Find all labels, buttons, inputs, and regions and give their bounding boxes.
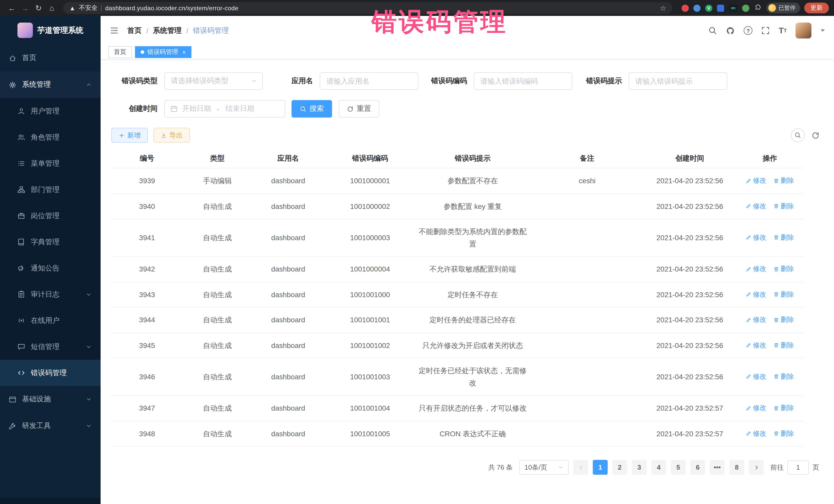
sidebar-item-error-code-mgmt[interactable]: 错误码管理	[0, 360, 101, 386]
delete-link[interactable]: 删除	[773, 339, 794, 351]
sidebar-item-menu-mgmt[interactable]: 菜单管理	[0, 150, 101, 177]
app-name-input[interactable]	[320, 72, 418, 90]
page-button-5[interactable]: 5	[671, 460, 686, 475]
breadcrumb-system[interactable]: 系统管理	[153, 26, 182, 35]
edit-link[interactable]: 修改	[746, 371, 766, 383]
page-size-select[interactable]: 10条/页	[520, 460, 569, 475]
export-button[interactable]: 导出	[153, 128, 190, 143]
sidebar-item-role-mgmt[interactable]: 角色管理	[0, 124, 101, 150]
reset-button[interactable]: 重置	[339, 100, 379, 117]
font-size-icon[interactable]: TT	[778, 26, 787, 35]
breadcrumb-home[interactable]: 首页	[127, 26, 142, 35]
sidebar-item-notice[interactable]: 通知公告	[0, 255, 101, 281]
delete-link[interactable]: 删除	[773, 313, 794, 326]
table-row: 3939 手动编辑 dashboard 1001000001 参数配置不存在 c…	[110, 168, 804, 194]
page-button-4[interactable]: 4	[651, 460, 666, 475]
browser-back-icon[interactable]: ←	[5, 1, 19, 15]
page-button-1[interactable]: 1	[593, 460, 608, 475]
delete-link[interactable]: 删除	[773, 371, 794, 383]
page-button-3[interactable]: 3	[632, 460, 647, 475]
search-icon[interactable]	[708, 26, 717, 35]
edit-link[interactable]: 修改	[746, 402, 766, 414]
extension-red-icon[interactable]	[682, 4, 689, 12]
toggle-search-icon[interactable]	[791, 128, 805, 142]
error-code-input[interactable]	[474, 72, 572, 90]
avatar-caret-icon[interactable]	[821, 29, 825, 32]
sidebar-item-home[interactable]: 首页	[0, 45, 101, 71]
extension-green-icon[interactable]	[742, 4, 749, 12]
sidebar-item-sms-mgmt[interactable]: 短信管理	[0, 334, 101, 360]
col-type: 类型	[184, 149, 251, 168]
date-range-picker[interactable]: 开始日期 - 结束日期	[164, 100, 285, 117]
search-button[interactable]: 搜索	[291, 100, 332, 117]
browser-update-button[interactable]: 更新	[804, 3, 829, 13]
extensions-menu-icon[interactable]	[754, 4, 762, 12]
page-button-8[interactable]: 8	[729, 460, 744, 475]
tab-home[interactable]: 首页	[108, 46, 132, 58]
sidebar-item-user-mgmt[interactable]: 用户管理	[0, 98, 101, 124]
edit-link[interactable]: 修改	[746, 339, 766, 351]
edit-link[interactable]: 修改	[746, 427, 766, 440]
user-icon	[18, 107, 25, 115]
extension-v-icon[interactable]: V	[705, 4, 712, 12]
github-icon[interactable]	[726, 26, 735, 35]
more-pages-button[interactable]: •••	[710, 460, 725, 475]
sidebar-item-online-users[interactable]: 在线用户	[0, 307, 101, 334]
delete-link[interactable]: 删除	[773, 402, 794, 414]
sidebar-item-infrastructure[interactable]: 基础设施	[0, 386, 101, 413]
extension-on-badge-icon[interactable]: on	[729, 4, 738, 12]
delete-link[interactable]: 删除	[773, 263, 794, 275]
sidebar-item-post-mgmt[interactable]: 岗位管理	[0, 203, 101, 229]
add-button[interactable]: 新增	[111, 128, 148, 143]
delete-link[interactable]: 删除	[773, 200, 794, 212]
edit-link[interactable]: 修改	[746, 313, 766, 326]
sidebar-item-audit-log[interactable]: 审计日志	[0, 281, 101, 307]
table-mini-actions	[791, 128, 820, 142]
extension-grid-icon[interactable]	[717, 4, 724, 12]
delete-link[interactable]: 删除	[773, 427, 794, 440]
table-row: 3945 自动生成 dashboard 1001001002 只允许修改为开启或…	[110, 333, 804, 358]
extension-blue-icon[interactable]	[694, 4, 701, 12]
delete-link[interactable]: 删除	[773, 288, 794, 301]
goto-page-input[interactable]	[787, 460, 809, 475]
edit-link[interactable]: 修改	[746, 200, 766, 212]
tab-close-icon[interactable]: ×	[182, 48, 186, 56]
user-avatar[interactable]	[795, 23, 811, 39]
app-logo[interactable]: 芋道管理系统	[0, 16, 101, 45]
error-type-select[interactable]: 请选择错误码类型	[164, 72, 263, 90]
tab-error-code-mgmt[interactable]: 错误码管理 ×	[135, 46, 192, 58]
tab-active-dot	[140, 50, 144, 54]
edit-link[interactable]: 修改	[746, 263, 766, 275]
filter-type-label: 错误码类型	[120, 76, 164, 86]
fullscreen-icon[interactable]	[761, 26, 770, 35]
chevron-down-icon	[86, 344, 92, 350]
delete-link[interactable]: 删除	[773, 232, 794, 244]
delete-link[interactable]: 删除	[773, 175, 794, 187]
sidebar-item-dict-mgmt[interactable]: 字典管理	[0, 229, 101, 255]
menu-fold-icon[interactable]	[110, 26, 118, 35]
bookmark-star-icon[interactable]: ☆	[660, 4, 666, 12]
edit-link[interactable]: 修改	[746, 288, 766, 301]
help-icon[interactable]: ?	[744, 26, 752, 35]
address-bar[interactable]: ▲ 不安全 dashboard.yudao.iocoder.cn/system/…	[63, 2, 672, 14]
filter-code-label: 错误码编码	[431, 76, 474, 86]
edit-link[interactable]: 修改	[746, 232, 766, 244]
col-id: 编号	[110, 149, 184, 168]
browser-forward-icon[interactable]: →	[19, 1, 32, 15]
users-icon	[18, 133, 25, 141]
security-warning-label: 不安全	[79, 4, 97, 12]
sidebar-item-system-mgmt[interactable]: 系统管理	[0, 71, 101, 98]
sidebar-item-dept-mgmt[interactable]: 部门管理	[0, 177, 101, 203]
sidebar-item-dev-tools[interactable]: 研发工具	[0, 413, 101, 439]
browser-home-icon[interactable]: ⌂	[45, 1, 59, 15]
next-page-button[interactable]	[749, 460, 764, 475]
edit-link[interactable]: 修改	[746, 175, 766, 187]
error-hint-input[interactable]	[629, 72, 727, 90]
table-row: 3946 自动生成 dashboard 1001001003 定时任务已经处于该…	[110, 358, 804, 395]
page-button-6[interactable]: 6	[690, 460, 705, 475]
page-button-2[interactable]: 2	[612, 460, 627, 475]
refresh-icon[interactable]	[811, 131, 820, 139]
browser-reload-icon[interactable]: ↻	[32, 1, 45, 15]
profile-paused-badge[interactable]: 已暂停	[766, 3, 800, 13]
prev-page-button[interactable]	[573, 460, 588, 475]
